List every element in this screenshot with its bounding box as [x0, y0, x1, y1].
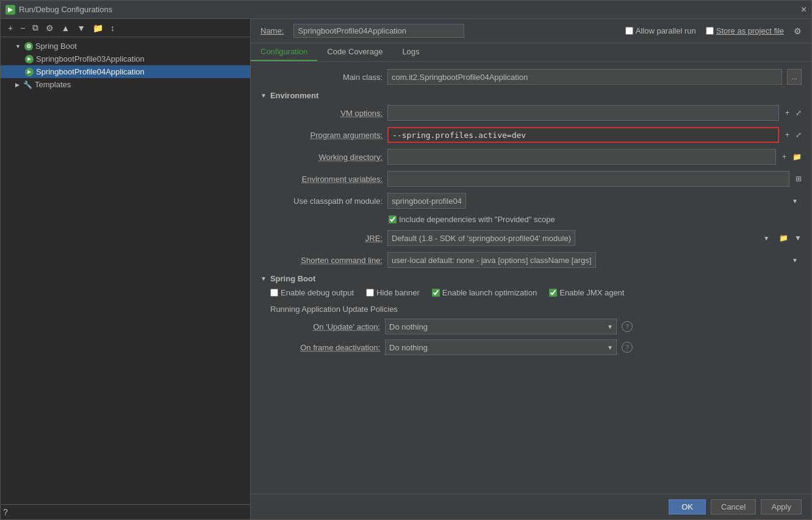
remove-config-button[interactable]: − — [18, 22, 27, 34]
vm-options-input[interactable] — [387, 105, 779, 121]
hide-banner-label: Hide banner — [376, 288, 420, 297]
classpath-select[interactable]: springboot-profile04 — [387, 193, 466, 209]
environment-section-header[interactable]: ▼ Environment — [260, 91, 802, 100]
name-row-right: Allow parallel run Store as project file… — [625, 26, 802, 36]
run-debug-dialog: ▶ Run/Debug Configurations × + − ⧉ ⚙ ▲ ▼… — [0, 0, 812, 520]
tree-spring-boot-group[interactable]: ▼ ⚙ Spring Boot — [1, 40, 250, 52]
help-button[interactable]: ? — [3, 507, 8, 517]
classpath-label: Use classpath of module: — [260, 197, 383, 206]
spring-boot-group-label: Spring Boot — [35, 42, 77, 51]
spring-boot-section-label: Spring Boot — [270, 274, 315, 283]
allow-parallel-checkbox[interactable] — [625, 27, 633, 35]
profile04-label: SpringbootProfile04Application — [36, 67, 145, 76]
enable-jmx-checkbox[interactable] — [549, 289, 557, 297]
shorten-cmdline-select[interactable]: user-local default: none - java [options… — [387, 252, 596, 268]
frame-deactivation-label: On frame deactivation: — [270, 343, 380, 352]
tree-templates[interactable]: ▶ 🔧 Templates — [1, 78, 250, 91]
frame-deactivation-row: On frame deactivation: Do nothing Update… — [270, 339, 802, 355]
left-toolbar: + − ⧉ ⚙ ▲ ▼ 📁 ↕ — [1, 19, 250, 37]
tabs-bar: Configuration Code Coverage Logs — [251, 43, 811, 62]
templates-label: Templates — [35, 80, 71, 89]
cancel-button[interactable]: Cancel — [711, 499, 756, 515]
folder-button[interactable]: 📁 — [90, 22, 106, 34]
move-down-button[interactable]: ▼ — [74, 22, 88, 34]
tab-logs[interactable]: Logs — [392, 43, 429, 61]
tab-code-coverage[interactable]: Code Coverage — [317, 43, 392, 61]
include-deps-checkbox[interactable] — [389, 215, 397, 223]
update-action-label: On 'Update' action: — [270, 322, 380, 331]
spring-boot-section-header[interactable]: ▼ Spring Boot — [260, 274, 802, 283]
apply-button[interactable]: Apply — [761, 499, 802, 515]
title-text: Run/Debug Configurations — [19, 5, 112, 14]
name-input[interactable] — [293, 24, 464, 38]
include-deps-checkbox-item: Include dependencies with "Provided" sco… — [389, 215, 555, 224]
tree-item-profile04[interactable]: ▶ SpringbootProfile04Application — [1, 65, 250, 78]
form-area: Main class: ... ▼ Environment VM options… — [251, 62, 811, 494]
app-icon: ▶ — [5, 5, 15, 15]
profile03-label: SpringbootProfile03Application — [36, 54, 145, 63]
update-action-select[interactable]: Do nothing Update classes and resources … — [385, 319, 617, 334]
program-args-input[interactable] — [387, 127, 779, 143]
enable-launch-item: Enable launch optimization — [432, 288, 537, 297]
main-class-row: Main class: ... — [260, 69, 802, 85]
run-icon-03: ▶ — [25, 55, 34, 63]
name-row: Name: Allow parallel run Store as projec… — [251, 19, 811, 43]
frame-deactivation-help-icon[interactable]: ? — [622, 342, 633, 353]
enable-launch-checkbox[interactable] — [432, 289, 440, 297]
hide-banner-checkbox[interactable] — [366, 289, 374, 297]
args-fullscreen-button[interactable]: ⤢ — [796, 131, 802, 139]
update-policies-title: Running Application Update Policies — [270, 305, 802, 314]
ok-button[interactable]: OK — [669, 499, 706, 515]
main-class-browse-button[interactable]: ... — [787, 69, 802, 85]
env-triangle-icon: ▼ — [260, 92, 267, 99]
store-project-group: Store as project file — [706, 26, 784, 35]
environment-label: Environment — [270, 91, 318, 100]
jre-select[interactable]: Default (1.8 - SDK of 'springboot-profil… — [387, 230, 575, 246]
shorten-cmdline-dropdown-wrapper: user-local default: none - java [options… — [387, 252, 802, 268]
working-dir-input[interactable] — [387, 149, 776, 165]
left-bottom: ? — [1, 504, 250, 519]
tree-item-profile03[interactable]: ▶ SpringbootProfile03Application — [1, 52, 250, 65]
frame-deactivation-dropdown-wrapper: Do nothing Update classes and resources … — [385, 339, 617, 355]
enable-debug-checkbox[interactable] — [270, 289, 278, 297]
title-bar: ▶ Run/Debug Configurations × — [1, 1, 811, 19]
include-deps-row: Include dependencies with "Provided" sco… — [260, 215, 802, 224]
sort-button[interactable]: ↕ — [108, 22, 117, 34]
allow-parallel-group: Allow parallel run — [625, 26, 696, 35]
include-deps-label: Include dependencies with "Provided" sco… — [399, 215, 555, 224]
shorten-cmdline-label: Shorten command line: — [260, 256, 383, 265]
copy-config-button[interactable]: ⧉ — [30, 21, 41, 34]
update-action-help-icon[interactable]: ? — [622, 321, 633, 332]
jre-expand-button[interactable]: ▼ — [794, 234, 802, 242]
env-vars-label: Environment variables: — [260, 175, 383, 184]
env-vars-input[interactable] — [387, 171, 789, 187]
move-up-button[interactable]: ▲ — [59, 22, 72, 34]
jre-label: JRE: — [260, 234, 383, 243]
vm-fullscreen-button[interactable]: ⤢ — [796, 109, 802, 117]
env-vars-row: Environment variables: ⊞ — [260, 171, 802, 187]
store-project-checkbox[interactable] — [706, 27, 714, 35]
jre-browse-button[interactable]: 📁 — [779, 234, 788, 242]
store-project-label: Store as project file — [716, 26, 784, 35]
vm-options-label: VM options: — [260, 109, 383, 118]
wrench-icon: 🔧 — [23, 81, 32, 89]
env-vars-expand-button[interactable]: ⊞ — [796, 175, 802, 183]
config-gear-icon[interactable]: ⚙ — [794, 26, 802, 36]
args-expand-button[interactable]: + — [785, 131, 789, 139]
classpath-dropdown-wrapper: springboot-profile04 — [387, 193, 802, 209]
frame-deactivation-select[interactable]: Do nothing Update classes and resources … — [385, 339, 617, 355]
vm-options-row: VM options: + ⤢ — [260, 105, 802, 121]
enable-debug-label: Enable debug output — [281, 288, 354, 297]
working-dir-folder-button[interactable]: 📁 — [792, 153, 802, 161]
close-button[interactable]: × — [801, 4, 807, 15]
main-class-input[interactable] — [387, 69, 782, 85]
spring-boot-triangle-icon: ▼ — [260, 275, 267, 282]
working-dir-expand-button[interactable]: + — [782, 153, 786, 161]
settings-button[interactable]: ⚙ — [43, 22, 56, 34]
add-config-button[interactable]: + — [5, 22, 15, 34]
vm-expand-button[interactable]: + — [785, 109, 789, 117]
spring-boot-section: ▼ Spring Boot Enable debug output Hide b… — [260, 274, 802, 355]
tab-configuration[interactable]: Configuration — [251, 43, 317, 61]
update-policies-section: Running Application Update Policies On '… — [260, 305, 802, 355]
enable-debug-item: Enable debug output — [270, 288, 354, 297]
